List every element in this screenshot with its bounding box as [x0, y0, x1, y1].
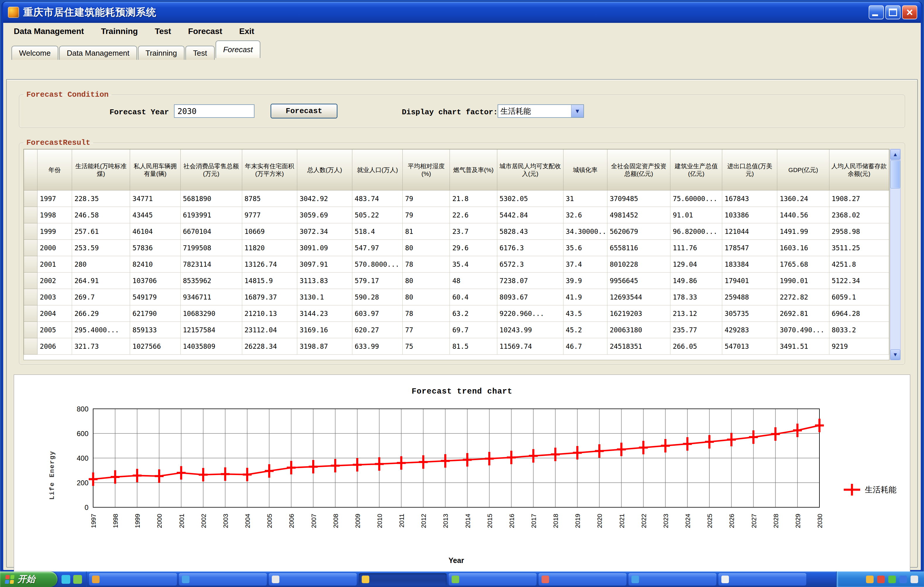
grid-cell[interactable]: 9346711: [180, 289, 242, 305]
grid-cell[interactable]: 3130.1: [297, 289, 352, 305]
tab-forecast[interactable]: Forecast: [216, 40, 261, 58]
grid-cell[interactable]: 518.4: [352, 223, 403, 240]
grid-cell[interactable]: 1998: [38, 207, 72, 223]
grid-cell[interactable]: 14815.9: [242, 273, 297, 289]
grid-cell[interactable]: 235.77: [670, 322, 722, 338]
grid-cell[interactable]: 46104: [130, 223, 180, 240]
grid-cell[interactable]: 75: [403, 338, 450, 355]
grid-cell[interactable]: 149.86: [670, 273, 722, 289]
grid-cell[interactable]: 1440.56: [777, 207, 829, 223]
grid-cell[interactable]: 5681890: [180, 190, 242, 207]
grid-cell[interactable]: 3511.25: [829, 240, 889, 256]
grid-cell[interactable]: 10669: [242, 223, 297, 240]
forecast-year-input[interactable]: [174, 104, 254, 118]
row-header-cell[interactable]: [24, 256, 38, 273]
grid-cell[interactable]: 23112.04: [242, 322, 297, 338]
grid-cell[interactable]: 81: [403, 223, 450, 240]
grid-cell[interactable]: 7823114: [180, 256, 242, 273]
grid-cell[interactable]: 620.27: [352, 322, 403, 338]
grid-cell[interactable]: 547013: [722, 338, 777, 355]
grid-cell[interactable]: 21210.13: [242, 305, 297, 322]
grid-cell[interactable]: 80: [403, 273, 450, 289]
taskbar-task-button[interactable]: [359, 573, 447, 585]
grid-cell[interactable]: 22.6: [450, 207, 497, 223]
grid-cell[interactable]: 9777: [242, 207, 297, 223]
grid-cell[interactable]: 429283: [722, 322, 777, 338]
grid-cell[interactable]: 2004: [38, 305, 72, 322]
grid-cell[interactable]: 228.35: [72, 190, 130, 207]
grid-cell[interactable]: 1603.16: [777, 240, 829, 256]
chevron-down-icon[interactable]: ▼: [571, 105, 583, 117]
maximize-button[interactable]: [885, 5, 901, 19]
grid-cell[interactable]: 39.9: [563, 273, 607, 289]
quick-launch-icon[interactable]: [61, 575, 70, 584]
quick-launch-icon[interactable]: [73, 575, 82, 584]
grid-cell[interactable]: 5302.05: [497, 190, 563, 207]
grid-cell[interactable]: 280: [72, 256, 130, 273]
grid-cell[interactable]: 16879.37: [242, 289, 297, 305]
column-header-[interactable]: 燃气普及率(%): [450, 149, 497, 190]
grid-cell[interactable]: 505.22: [352, 207, 403, 223]
grid-cell[interactable]: 321.73: [72, 338, 130, 355]
row-header-cell[interactable]: [24, 338, 38, 355]
grid-cell[interactable]: 549179: [130, 289, 180, 305]
grid-cell[interactable]: 1491.99: [777, 223, 829, 240]
grid-cell[interactable]: 8033.2: [829, 322, 889, 338]
grid-cell[interactable]: 266.05: [670, 338, 722, 355]
column-header-[interactable]: 年份: [38, 149, 72, 190]
grid-cell[interactable]: 2692.81: [777, 305, 829, 322]
grid-cell[interactable]: 3113.83: [297, 273, 352, 289]
grid-cell[interactable]: 20063180: [607, 322, 670, 338]
grid-cell[interactable]: 178547: [722, 240, 777, 256]
grid-cell[interactable]: 6558116: [607, 240, 670, 256]
tray-icon[interactable]: [911, 575, 918, 583]
grid-cell[interactable]: 8093.67: [497, 289, 563, 305]
column-header-[interactable]: 总人数(万人): [297, 149, 352, 190]
column-header-[interactable]: 私人民用车辆拥有量(辆): [130, 149, 180, 190]
table-scrollbar[interactable]: ▲ ▼: [890, 149, 901, 360]
grid-cell[interactable]: 6193991: [180, 207, 242, 223]
grid-cell[interactable]: 6176.3: [497, 240, 563, 256]
row-header-cell[interactable]: [24, 223, 38, 240]
grid-cell[interactable]: 179401: [722, 273, 777, 289]
grid-cell[interactable]: 3491.51: [777, 338, 829, 355]
grid-cell[interactable]: 2005: [38, 322, 72, 338]
grid-cell[interactable]: 9956645: [607, 273, 670, 289]
scrollbar-thumb[interactable]: [890, 160, 900, 189]
grid-cell[interactable]: 213.12: [670, 305, 722, 322]
grid-cell[interactable]: 82410: [130, 256, 180, 273]
grid-cell[interactable]: 603.97: [352, 305, 403, 322]
grid-cell[interactable]: 590.28: [352, 289, 403, 305]
grid-cell[interactable]: 6572.3: [497, 256, 563, 273]
grid-cell[interactable]: 183384: [722, 256, 777, 273]
forecast-button[interactable]: Forecast: [271, 104, 337, 118]
grid-cell[interactable]: 6059.1: [829, 289, 889, 305]
row-header-cell[interactable]: [24, 305, 38, 322]
taskbar-task-button[interactable]: [269, 573, 357, 585]
grid-cell[interactable]: 60.4: [450, 289, 497, 305]
grid-cell[interactable]: 570.8000...: [352, 256, 403, 273]
column-header-[interactable]: 年末实有住宅面积(万平方米): [242, 149, 297, 190]
grid-cell[interactable]: 75.60000...: [670, 190, 722, 207]
column-header-gdp[interactable]: GDP(亿元): [777, 149, 829, 190]
row-header-cell[interactable]: [24, 190, 38, 207]
grid-cell[interactable]: 1990.01: [777, 273, 829, 289]
taskbar-task-button[interactable]: [89, 573, 177, 585]
taskbar-task-button[interactable]: [449, 573, 536, 585]
grid-cell[interactable]: 91.01: [670, 207, 722, 223]
taskbar-task-button[interactable]: [718, 573, 806, 585]
grid-cell[interactable]: 10243.99: [497, 322, 563, 338]
grid-cell[interactable]: 3097.91: [297, 256, 352, 273]
grid-cell[interactable]: 633.99: [352, 338, 403, 355]
grid-cell[interactable]: 14035809: [180, 338, 242, 355]
taskbar-task-button[interactable]: [179, 573, 267, 585]
grid-cell[interactable]: 483.74: [352, 190, 403, 207]
grid-cell[interactable]: 103706: [130, 273, 180, 289]
grid-cell[interactable]: 8535962: [180, 273, 242, 289]
grid-cell[interactable]: 78: [403, 256, 450, 273]
grid-cell[interactable]: 4251.8: [829, 256, 889, 273]
tray-icon[interactable]: [866, 575, 874, 583]
grid-cell[interactable]: 295.4000...: [72, 322, 130, 338]
grid-cell[interactable]: 1360.24: [777, 190, 829, 207]
grid-cell[interactable]: 111.76: [670, 240, 722, 256]
